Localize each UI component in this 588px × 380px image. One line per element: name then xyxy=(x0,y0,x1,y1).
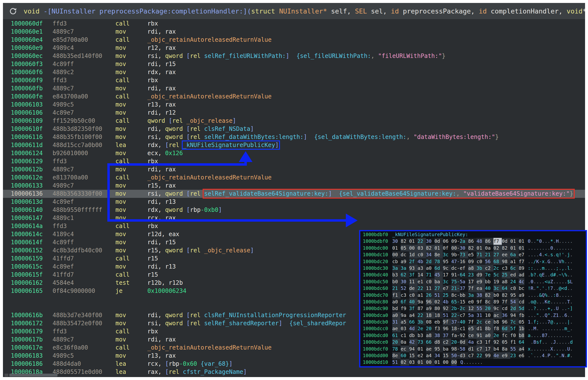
hexdump-byte: 1f xyxy=(485,339,493,345)
hexdump-row[interactable]: 1000bdc0001 05 00 03 82 01 0f 00-30 82 0… xyxy=(360,245,586,251)
hexdump-byte: c3 xyxy=(476,339,485,345)
hexdump-row[interactable]: 1000bdd1051 02 03 01 00 01 00 00Q....... xyxy=(360,359,586,365)
hexdump-row[interactable]: 1000bdcc0ae 03 4d 2e 20 f3 96 18-c1 e5 d… xyxy=(360,325,586,332)
hexdump-byte: 01 xyxy=(510,238,519,245)
asm-row[interactable]: 1000060e4e85d700a00call_objc_retainAutor… xyxy=(3,36,585,44)
hexdump-row[interactable]: 1000bdcf078 ec 94 01 ae 95 ba 98-58 d1 c… xyxy=(360,346,586,352)
asm-token: rsi, xyxy=(147,53,165,59)
asm-token: _objc_release xyxy=(204,247,250,254)
asm-bytes: 4c89ff xyxy=(53,238,74,247)
asm-row[interactable]: 1000060e14889c7movrdi, rax xyxy=(3,28,585,36)
asm-row[interactable]: 1000060f34c89ffmovrdi, r15 xyxy=(3,60,585,68)
hexdump-byte: 31 xyxy=(392,319,401,325)
asm-token: rel xyxy=(190,320,204,327)
asm-row[interactable]: 10000611d488d15cc7a0b00leardx, [rel _kNU… xyxy=(3,141,585,149)
asm-token: r15, xyxy=(147,247,165,254)
asm-token: rel xyxy=(190,190,204,197)
hexdump-row[interactable]: 1000bdc1000 dc 1d c0 34 8e 3c 9b-73 e5 7… xyxy=(360,251,586,258)
hexdump-row[interactable]: 1000bdcd061 c1 db b3 a8 38 37 fa-92 ce 9… xyxy=(360,332,586,339)
hexdump-row[interactable]: 1000bdd008e 60 15 e2 a4 34 15 50-d3 c7 2… xyxy=(360,352,586,359)
asm-row[interactable]: 1000061064c89e7movrdi, r12 xyxy=(3,109,585,117)
asm-row[interactable]: 100006109ff1529b50c00callqword [rel _obj… xyxy=(3,117,585,125)
asm-token xyxy=(289,53,296,59)
asm-token: rax, xyxy=(147,368,165,375)
hexdump-ascii: ..M. ........m_. xyxy=(528,325,573,332)
asm-row[interactable]: 1000061334989c7movr15, rax xyxy=(3,182,585,190)
hexdump-row[interactable]: 1000bdc90bd f9 3f 87 a9 80 92 2b-2c 12 5… xyxy=(360,305,586,312)
asm-address: 1000060e9 xyxy=(11,44,43,52)
asm-row[interactable]: 1000061034989c5movr13, rax xyxy=(3,101,585,109)
hexdump-row[interactable]: 1000bdbf030 82 01 22 30 0d 06 09-2a 86 4… xyxy=(360,238,586,245)
asm-token: ] xyxy=(218,207,222,213)
hexdump-row[interactable]: 1000bdc40b3 62 3f 14 71 45 17 91-64 23 d… xyxy=(360,271,586,278)
asm-row[interactable]: 1000060f9ffd3callrbx xyxy=(3,76,585,84)
asm-token: _objc_retainAutoreleasedReturnValue xyxy=(147,174,272,181)
asm-row[interactable]: 1000060e94989c4movr12, rax xyxy=(3,44,585,52)
horizontal-scrollbar-thumb[interactable] xyxy=(9,374,58,377)
asm-operands: qword [rel _objc_release] xyxy=(147,117,236,125)
asm-row[interactable]: 10000614affd3callrbx xyxy=(3,222,585,230)
asm-token: clsRef_NUInstallationProgressionReporter xyxy=(204,312,346,319)
hexdump-byte: 64 xyxy=(502,285,510,292)
hexdump-byte: 6d xyxy=(502,325,510,332)
asm-token: ] xyxy=(279,320,282,327)
hexdump-byte: 01 xyxy=(417,346,426,352)
asm-bytes: 4889c1 xyxy=(53,214,74,222)
asm-row[interactable]: 100006124b926010000movecx, 0x126 xyxy=(3,149,585,157)
asm-row[interactable]: 10000613d4c89efmovrdi, r13 xyxy=(3,198,585,206)
hexdump-byte: 66 xyxy=(426,339,434,345)
asm-row-selected[interactable]: 100006136488b3563330f00movrsi, qword [re… xyxy=(3,190,585,198)
hexdump-byte: 08 xyxy=(426,319,434,325)
hexdump-address: 1000bdcf0 xyxy=(363,346,392,352)
hexdump-row[interactable]: 1000bdc6021 52 de 22 11 27 e7 21-37 7f e… xyxy=(360,285,586,292)
asm-row[interactable]: 10000618a488d05571e0d00learax, [rel cfst… xyxy=(3,368,585,376)
hexdump-row[interactable]: 1000bdc70f1 c3 c0 a1 26 51 25 8c-bb 3a 3… xyxy=(360,292,586,299)
asm-row[interactable]: 1000060f64889c2movrdx, rax xyxy=(3,68,585,76)
asm-token: rcx, rax xyxy=(147,214,176,221)
hexdump-byte: 92 xyxy=(443,305,451,312)
asm-row[interactable]: 1000061474889c1movrcx, rax xyxy=(3,214,585,222)
asm-token: qword xyxy=(165,53,186,59)
hexdump-byte: 64 xyxy=(460,271,468,278)
hexdump-byte: 66 xyxy=(409,319,417,325)
hexdump-byte: e5 xyxy=(468,325,476,332)
hexdump-row[interactable]: 1000bdc303a 3a 93 a3 a0 6d 9c dc-ef a8 3… xyxy=(360,265,586,271)
asm-row[interactable]: 10000612b4889c7movrdi, rax xyxy=(3,166,585,173)
hexdump-row[interactable]: 1000bdce020 0a 42 73 66 d8 c2 20-0d 4a c… xyxy=(360,339,586,345)
asm-token: } xyxy=(570,190,573,197)
asm-row[interactable]: 100006140488b9550ffffffmovrdx, qword [rb… xyxy=(3,206,585,214)
asm-token: qword xyxy=(165,125,186,132)
asm-row[interactable]: 100006129ffd3callrbx xyxy=(3,157,585,166)
hexdump-byte: c7 xyxy=(476,346,485,352)
hexdump-row[interactable]: 1000bdc50b0 30 11 e1 c0 ba 3c 75-5a 17 e… xyxy=(360,278,586,285)
hexdump-row[interactable]: 1000bdca0a0 9a a4 22 18 18 51 22-c7 5a 3… xyxy=(360,312,586,319)
hexdump-byte: cd xyxy=(502,305,510,312)
hexdump-panel[interactable]: 1000bdbf0_kNUFileSignaturePublicKey:1000… xyxy=(359,230,587,367)
asm-address: 100006133 xyxy=(11,182,43,190)
asm-row[interactable]: 10000612ee813700a00call_objc_retainAutor… xyxy=(3,173,585,182)
asm-row[interactable]: 1000060fee843700a00call_objc_retainAutor… xyxy=(3,93,585,101)
hexdump-row[interactable]: 1000bdcb031 a5 66 3b 08 eb 9f 37-40 7f 2… xyxy=(360,319,586,325)
hexdump-byte: 3c xyxy=(493,285,502,292)
asm-address: 100006152 xyxy=(11,247,43,255)
asm-token: ] xyxy=(328,190,332,197)
hexdump-byte: 82 xyxy=(502,245,510,251)
asm-row[interactable]: 10000610f488b3d82350f00movrdi, qword [re… xyxy=(3,125,585,133)
asm-token: 0x100006234 xyxy=(147,287,186,294)
blue-annotation-box: _kNUFileSignaturePublicKey] xyxy=(183,142,279,149)
hexdump-row[interactable]: 1000bdc20cb a9 2f 4b 2d 78 95 47-16 09 c… xyxy=(360,258,586,265)
hexdump-byte: bb xyxy=(460,292,468,299)
asm-row[interactable]: 1000060dfffd3callrbx xyxy=(3,20,585,28)
asm-token: [ xyxy=(186,133,190,140)
asm-address: 100006183 xyxy=(11,352,43,360)
hexdump-byte: b8 xyxy=(493,319,502,325)
hexdump-ascii: Q....... xyxy=(460,359,483,365)
asm-row[interactable]: 1000060ec488b35ed140f00movrsi, qword [re… xyxy=(3,52,585,60)
refresh-circular-arrow-icon[interactable] xyxy=(9,7,17,15)
hexdump-row[interactable]: 1000bdc80a0 6f 40 9a 96 02 4b 65-15 e0 9… xyxy=(360,299,586,305)
hexdump-byte: ee xyxy=(502,251,510,258)
asm-row[interactable]: 100006116488b35fb100f00movrsi, qword [re… xyxy=(3,133,585,141)
hexdump-byte: 93 xyxy=(409,265,417,271)
asm-row[interactable]: 1000060fb4889c7movrdi, rax xyxy=(3,84,585,93)
hexdump-address: 1000bdcb0 xyxy=(363,319,392,325)
